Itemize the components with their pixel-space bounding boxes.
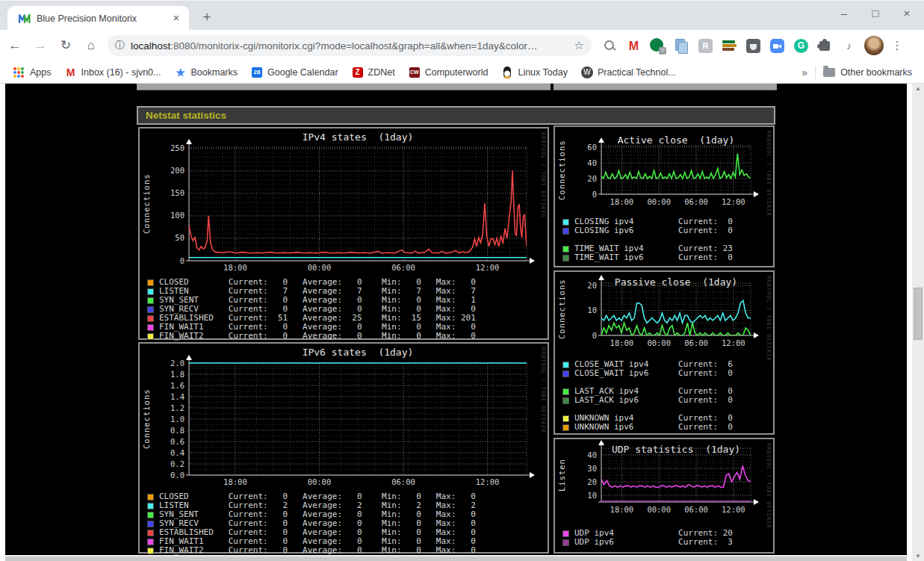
y-tick-label: 1.4 — [149, 393, 185, 401]
y-tick-label: 40 — [561, 451, 597, 459]
legend-row-closing-ipv6: CLOSING ipv6 Current: 0 — [562, 226, 733, 235]
profile-avatar[interactable] — [864, 36, 884, 55]
bookmarks-overflow-chevron[interactable]: » — [794, 66, 815, 78]
y-tick-label: 0.4 — [149, 449, 185, 457]
url-bar[interactable]: ⓘ localhost:8080/monitorix-cgi/monitorix… — [108, 35, 592, 56]
back-button[interactable]: ← — [4, 35, 25, 56]
url-path: :8080/monitorix-cgi/monitorix.cgi?mode=l… — [170, 40, 537, 52]
y-tick-label: 50 — [149, 234, 185, 242]
pocket-extension-icon[interactable] — [745, 38, 761, 54]
bookmark-bookmarks[interactable]: ★ Bookmarks — [175, 66, 238, 78]
legend-entry: CLOSING ipv6 Current: 0 — [574, 226, 733, 235]
y-tick-label: 30 — [561, 465, 597, 473]
browser-menu-icon[interactable]: ⋮ — [890, 36, 905, 55]
legend-swatch — [147, 530, 154, 536]
x-tick-label: 00:00 — [640, 198, 678, 206]
calendar-icon: 28 — [251, 66, 263, 78]
x-tick-label: 12:00 — [469, 264, 506, 272]
minimize-button[interactable]: – — [834, 4, 854, 23]
legend-row-udp-ipv6: UDP ipv6 Current: 3 — [562, 538, 733, 547]
y-tick-label: 1.0 — [149, 415, 185, 424]
graph-ipv4[interactable]: IPv4 states (1day)RRDTOOL / TOBI OETIKER… — [138, 127, 549, 340]
bookmark-practical-technology[interactable]: W Practical Technol... — [581, 66, 676, 78]
home-button[interactable]: ⌂ — [81, 35, 102, 56]
graph-active[interactable]: Active close (1day)RRDTOOL / TOBI OETIKE… — [554, 125, 775, 267]
copy-pages-extension-icon[interactable] — [674, 38, 689, 54]
legend-swatch — [562, 388, 569, 395]
legend-swatch — [147, 512, 154, 518]
legend-swatch — [562, 362, 569, 368]
zoom-extension-icon[interactable] — [769, 38, 785, 54]
bookmark-google-calendar[interactable]: 28 Google Calendar — [251, 66, 338, 78]
grammarly-extension-icon[interactable]: G — [793, 38, 809, 54]
legend-swatch — [562, 219, 569, 226]
maximize-button[interactable]: □ — [866, 4, 885, 23]
y-tick-label: 1.2 — [149, 404, 185, 412]
bookmark-computerworld[interactable]: CW Computerworld — [409, 66, 489, 78]
scrollbar-thumb[interactable] — [914, 288, 923, 340]
browser-window: Blue Precision Monitorix × + – □ × ← → ↻… — [0, 0, 924, 561]
book-stack-extension-icon[interactable] — [722, 38, 737, 54]
legend-swatch — [147, 521, 154, 527]
legend-swatch — [147, 315, 154, 322]
bookmark-inbox[interactable]: M Inbox (16) - sjvn0... — [65, 66, 161, 78]
reader-extension-icon[interactable]: R — [698, 38, 713, 54]
legend-swatch — [562, 424, 569, 431]
graph-passive[interactable]: Passive close (1day)RRDTOOL / TOBI OETIK… — [554, 270, 775, 435]
penguin-icon — [501, 66, 513, 78]
window-close-button[interactable]: × — [897, 4, 917, 23]
y-tick-label: 0 — [561, 190, 597, 199]
x-tick-label: 18:00 — [603, 198, 640, 206]
call-extension-icon[interactable]: ? — [650, 38, 666, 54]
other-bookmarks[interactable]: Other bookmarks — [816, 67, 912, 78]
page-viewport: Netstat statistics IPv4 states (1day)RRD… — [0, 84, 924, 561]
graph-udp[interactable]: UDP statistics (1day)RRDTOOL / TOBI OETI… — [554, 438, 775, 554]
extensions-puzzle-icon[interactable] — [817, 38, 833, 54]
legend-row-fin-wait2: FIN_WAIT2 Current: 0 Average: 0 Min: 0 M… — [147, 546, 476, 555]
bookmark-linux-today[interactable]: Linux Today — [501, 66, 568, 78]
browser-tab[interactable]: Blue Precision Monitorix × — [7, 6, 189, 31]
forward-button[interactable]: → — [30, 35, 51, 56]
graph-ipv6[interactable]: IPv6 states (1day)RRDTOOL / TOBI OETIKER… — [138, 342, 549, 554]
bookmark-star-icon[interactable]: ☆ — [574, 39, 584, 52]
legend-swatch — [562, 539, 569, 546]
x-tick-label: 12:00 — [715, 339, 752, 347]
url-text[interactable]: localhost:8080/monitorix-cgi/monitorix.c… — [131, 40, 570, 52]
legend-swatch — [147, 288, 154, 295]
legend-swatch — [147, 333, 154, 340]
legend-swatch — [562, 371, 569, 377]
tab-close-icon[interactable]: × — [170, 12, 183, 25]
search-extension-icon[interactable] — [602, 38, 618, 54]
scrollbar-up-arrow[interactable]: ▲ — [912, 84, 924, 93]
legend-swatch — [147, 539, 154, 545]
x-tick-label: 12:00 — [715, 198, 752, 206]
reload-button[interactable]: ↻ — [55, 35, 76, 56]
series-udp-ipv4 — [601, 465, 751, 487]
x-tick-label: 18:00 — [603, 339, 640, 347]
y-tick-label: 0.0 — [149, 471, 185, 480]
apps-shortcut[interactable]: Apps — [13, 66, 52, 78]
x-tick-label: 06:00 — [678, 506, 715, 514]
legend-entry: FIN_WAIT2 Current: 0 Average: 0 Min: 0 M… — [159, 546, 476, 555]
x-tick-label: 12:00 — [715, 506, 752, 514]
previous-section-edge-left — [137, 84, 551, 90]
page-scrollbar[interactable]: ▲ ▼ — [912, 84, 924, 561]
gmail-extension-icon[interactable]: M — [626, 38, 642, 54]
new-tab-button[interactable]: + — [197, 7, 217, 27]
x-tick-label: 18:00 — [217, 478, 254, 486]
series-established — [189, 170, 527, 253]
bookmarks-bar: Apps M Inbox (16) - sjvn0... ★ Bookmarks… — [0, 61, 924, 84]
legend-swatch — [562, 255, 569, 261]
x-tick-label: 06:00 — [678, 339, 715, 347]
x-tick-label: 00:00 — [300, 478, 338, 486]
media-queue-icon[interactable]: ♪ — [841, 38, 857, 54]
folder-icon — [823, 68, 835, 77]
legend-entry: CLOSE_WAIT ipv6 Current: 0 — [574, 369, 733, 378]
section-header-netstat: Netstat statistics — [137, 106, 775, 125]
legend-swatch — [147, 503, 154, 509]
page-info-icon[interactable]: ⓘ — [115, 39, 125, 52]
x-tick-label: 06:00 — [385, 264, 422, 272]
bookmark-zdnet[interactable]: Z ZDNet — [352, 66, 395, 78]
x-tick-label: 18:00 — [603, 506, 640, 514]
scrollbar-down-arrow[interactable]: ▼ — [912, 551, 924, 561]
